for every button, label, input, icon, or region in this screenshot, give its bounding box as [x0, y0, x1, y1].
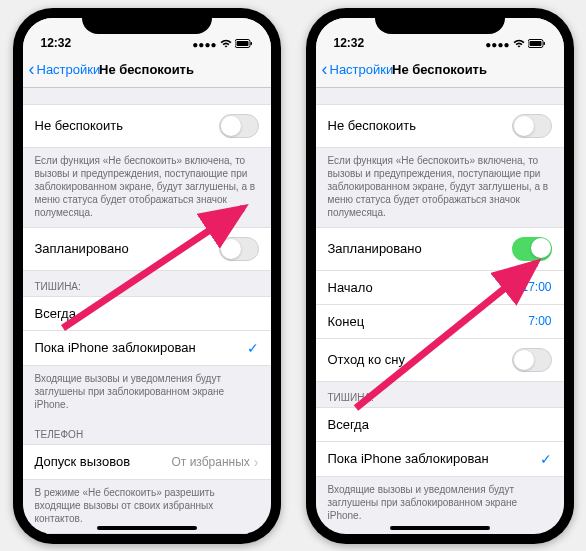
dnd-row[interactable]: Не беспокоить — [23, 104, 271, 148]
silence-always-label: Всегда — [328, 417, 369, 432]
silence-always-row[interactable]: Всегда — [316, 407, 564, 442]
signal-icon: ●●●● — [192, 39, 216, 50]
scheduled-label: Запланировано — [328, 241, 422, 256]
silence-always-row[interactable]: Всегда — [23, 296, 271, 331]
checkmark-icon: ✓ — [247, 340, 259, 356]
silence-locked-row[interactable]: Пока iPhone заблокирован ✓ — [23, 331, 271, 366]
back-button[interactable]: ‹ Настройки — [322, 60, 394, 78]
scheduled-label: Запланировано — [35, 241, 129, 256]
scheduled-row[interactable]: Запланировано — [23, 227, 271, 271]
phone-left: 12:32 ●●●● ‹ Настройки Не беспокоить Не … — [13, 8, 281, 544]
silence-footer: Входящие вызовы и уведомления будут загл… — [23, 366, 271, 419]
phone-header: ТЕЛЕФОН — [23, 419, 271, 444]
silence-always-label: Всегда — [35, 306, 76, 321]
allow-calls-row[interactable]: Допуск вызовов От избранных› — [23, 444, 271, 480]
home-indicator[interactable] — [390, 526, 490, 530]
silence-footer: Входящие вызовы и уведомления будут загл… — [316, 477, 564, 530]
dnd-footer: Если функция «Не беспокоить» включена, т… — [316, 148, 564, 227]
bedtime-row[interactable]: Отход ко сну — [316, 339, 564, 382]
scheduled-row[interactable]: Запланировано — [316, 227, 564, 271]
start-row[interactable]: Начало 17:00 — [316, 271, 564, 305]
status-time: 12:32 — [334, 36, 365, 50]
status-icons: ●●●● — [485, 39, 545, 50]
page-title: Не беспокоить — [99, 62, 194, 77]
back-label: Настройки — [37, 62, 101, 77]
chevron-left-icon: ‹ — [322, 60, 328, 78]
silence-header: ТИШИНА: — [23, 271, 271, 296]
content[interactable]: Не беспокоить Если функция «Не беспокоит… — [23, 88, 271, 534]
status-icons: ●●●● — [192, 39, 252, 50]
screen: 12:32 ●●●● ‹ Настройки Не беспокоить Не … — [316, 18, 564, 534]
silence-locked-label: Пока iPhone заблокирован — [35, 340, 196, 355]
chevron-right-icon: › — [254, 454, 259, 470]
checkmark-icon: ✓ — [540, 451, 552, 467]
svg-rect-6 — [543, 42, 545, 45]
scheduled-toggle[interactable] — [512, 237, 552, 261]
page-title: Не беспокоить — [392, 62, 487, 77]
dnd-label: Не беспокоить — [35, 118, 124, 133]
screen: 12:32 ●●●● ‹ Настройки Не беспокоить Не … — [23, 18, 271, 534]
home-indicator[interactable] — [97, 526, 197, 530]
svg-rect-2 — [250, 42, 252, 45]
phone-right: 12:32 ●●●● ‹ Настройки Не беспокоить Не … — [306, 8, 574, 544]
svg-rect-1 — [236, 41, 248, 46]
wifi-icon — [513, 39, 525, 50]
silence-locked-label: Пока iPhone заблокирован — [328, 451, 489, 466]
dnd-footer: Если функция «Не беспокоить» включена, т… — [23, 148, 271, 227]
scheduled-toggle[interactable] — [219, 237, 259, 261]
bedtime-toggle[interactable] — [512, 348, 552, 372]
notch — [375, 8, 505, 34]
allow-calls-label: Допуск вызовов — [35, 454, 131, 469]
start-value: 17:00 — [521, 280, 551, 294]
start-label: Начало — [328, 280, 373, 295]
silence-header: ТИШИНА: — [316, 382, 564, 407]
notch — [82, 8, 212, 34]
svg-rect-5 — [529, 41, 541, 46]
silence-locked-row[interactable]: Пока iPhone заблокирован ✓ — [316, 442, 564, 477]
battery-icon — [235, 39, 253, 50]
status-time: 12:32 — [41, 36, 72, 50]
phone-header: ТЕЛЕФОН — [316, 530, 564, 534]
end-value: 7:00 — [528, 314, 551, 328]
wifi-icon — [220, 39, 232, 50]
signal-icon: ●●●● — [485, 39, 509, 50]
dnd-row[interactable]: Не беспокоить — [316, 104, 564, 148]
nav-bar: ‹ Настройки Не беспокоить — [316, 52, 564, 88]
end-row[interactable]: Конец 7:00 — [316, 305, 564, 339]
content[interactable]: Не беспокоить Если функция «Не беспокоит… — [316, 88, 564, 534]
allow-calls-value: От избранных› — [171, 454, 258, 470]
end-label: Конец — [328, 314, 365, 329]
repeat-row[interactable]: Повторные вызовы — [23, 533, 271, 534]
dnd-toggle[interactable] — [512, 114, 552, 138]
back-button[interactable]: ‹ Настройки — [29, 60, 101, 78]
back-label: Настройки — [330, 62, 394, 77]
battery-icon — [528, 39, 546, 50]
bedtime-label: Отход ко сну — [328, 352, 405, 367]
dnd-label: Не беспокоить — [328, 118, 417, 133]
nav-bar: ‹ Настройки Не беспокоить — [23, 52, 271, 88]
chevron-left-icon: ‹ — [29, 60, 35, 78]
dnd-toggle[interactable] — [219, 114, 259, 138]
